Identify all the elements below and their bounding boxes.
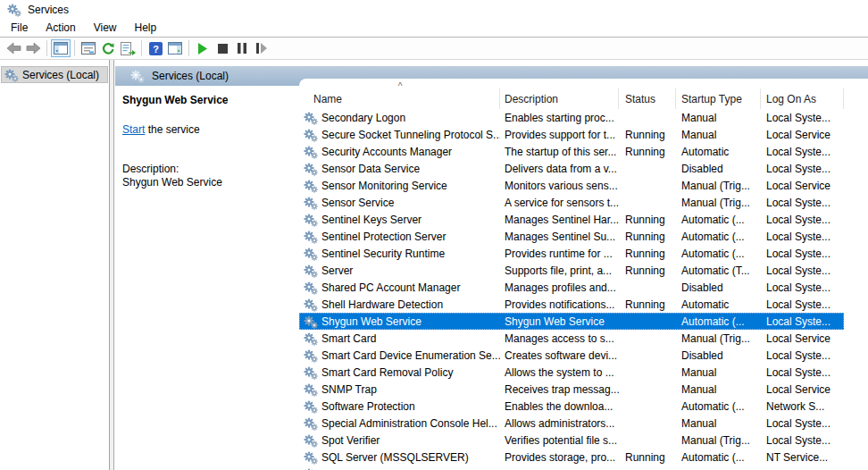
cell-description: Provides notifications...	[500, 298, 619, 311]
cell-name: Shared PC Account Manager	[321, 281, 460, 294]
cell-name: Sensor Monitoring Service	[321, 180, 447, 192]
table-row[interactable]: Smart Card Manages access to s... Manual…	[299, 330, 844, 347]
table-row[interactable]: Sensor Data Service Delivers data from a…	[299, 160, 844, 177]
properties-icon[interactable]	[79, 39, 98, 57]
column-header-description[interactable]: Description	[500, 88, 619, 109]
table-row[interactable]: SNMP Trap Receives trap messag... Manual…	[299, 381, 844, 398]
column-header-name[interactable]: Name	[299, 88, 500, 109]
table-row[interactable]: SQL Server (MSSQLSERVER) Provides storag…	[299, 449, 844, 466]
cell-status: Running	[619, 214, 676, 226]
table-row[interactable]: Smart Card Removal Policy Allows the sys…	[299, 364, 844, 381]
description-text: Shygun Web Service	[122, 176, 222, 189]
export-list-icon[interactable]	[118, 39, 138, 57]
forward-icon[interactable]	[23, 39, 43, 57]
cell-name: Smart Card Device Enumeration Se...	[321, 349, 500, 362]
cell-name: SNMP Trap	[321, 383, 377, 396]
cell-description: Monitors various sens...	[500, 180, 619, 192]
refresh-icon[interactable]	[98, 39, 118, 57]
toolbar: ?	[0, 38, 868, 60]
cell-log-on-as: Local Syste...	[761, 417, 844, 430]
cell-name: Secondary Logon	[321, 112, 405, 124]
show-action-pane-icon[interactable]	[165, 39, 185, 57]
table-row[interactable]: Secure Socket Tunneling Protocol S... Pr…	[299, 126, 844, 143]
cell-startup-type: Disabled	[676, 349, 761, 362]
cell-log-on-as: Local Syste...	[761, 434, 844, 447]
tree-item-label: Services (Local)	[22, 69, 99, 81]
cell-startup-type: Manual	[676, 129, 761, 141]
cell-name: Special Administration Console Hel...	[321, 417, 497, 430]
cell-name: Smart Card Removal Policy	[321, 366, 453, 379]
pause-service-icon[interactable]	[232, 39, 252, 57]
restart-service-icon[interactable]	[252, 39, 271, 57]
menu-action[interactable]: Action	[37, 20, 84, 37]
start-service-link[interactable]: Start	[122, 123, 145, 136]
table-row[interactable]	[299, 466, 844, 470]
table-row[interactable]: Secondary Logon Enables starting proc...…	[299, 109, 844, 126]
menu-view[interactable]: View	[85, 20, 126, 37]
services-list-panel: ^ Name Description Status Startup Type L…	[299, 79, 868, 470]
service-gear-icon	[304, 416, 318, 431]
description-block: Description: Shygun Web Service	[122, 163, 222, 189]
table-row[interactable]: Special Administration Console Hel... Al…	[299, 415, 844, 432]
services-header-icon	[130, 69, 145, 83]
cell-name: Sentinel Keys Server	[321, 214, 421, 226]
cell-status: Running	[619, 298, 676, 311]
cell-status: Running	[619, 451, 676, 464]
cell-status: Running	[619, 146, 676, 158]
cell-log-on-as: Local Syste...	[761, 264, 844, 277]
column-header-log-on-as[interactable]: Log On As	[761, 88, 844, 109]
cell-log-on-as: Local Syste...	[761, 281, 844, 294]
cell-description: Allows administrators...	[500, 417, 619, 430]
cell-description: Provides storage, pro...	[500, 451, 619, 464]
cell-description: Shygun Web Service	[500, 315, 619, 328]
toolbar-separator	[74, 40, 75, 56]
cell-startup-type: Manual (Trig...	[676, 434, 761, 447]
service-gear-icon	[304, 162, 318, 176]
table-row[interactable]: Software Protection Enables the downloa.…	[299, 398, 844, 415]
cell-description: Enables starting proc...	[500, 112, 619, 124]
column-header-status[interactable]: Status	[619, 88, 676, 109]
table-row[interactable]: Shell Hardware Detection Provides notifi…	[299, 296, 844, 313]
service-gear-icon	[304, 230, 318, 244]
services-header-title: Services (Local)	[152, 70, 229, 82]
column-header-startup-type[interactable]: Startup Type	[676, 88, 761, 109]
show-console-tree-icon[interactable]	[51, 39, 71, 57]
cell-description: Manages access to s...	[500, 332, 619, 345]
table-row[interactable]: Sensor Monitoring Service Monitors vario…	[299, 177, 844, 194]
table-row[interactable]: Smart Card Device Enumeration Se... Crea…	[299, 347, 844, 364]
cell-log-on-as: Local Syste...	[761, 197, 844, 209]
table-row[interactable]: Server Supports file, print, a... Runnin…	[299, 262, 844, 279]
cell-log-on-as: Local Syste...	[761, 349, 844, 362]
cell-startup-type: Automatic (...	[676, 214, 761, 226]
cell-log-on-as: Local Syste...	[761, 248, 844, 260]
cell-description: The startup of this ser...	[500, 146, 619, 158]
service-gear-icon	[304, 315, 318, 329]
cell-startup-type: Automatic	[676, 146, 761, 158]
service-gear-icon	[304, 298, 318, 312]
services-view: Services (Local) Shygun Web Service Star…	[114, 60, 868, 470]
table-row[interactable]: Sentinel Protection Server Manages Senti…	[299, 228, 844, 245]
table-row[interactable]: Sensor Service A service for sensors t..…	[299, 194, 844, 211]
menu-help[interactable]: Help	[126, 20, 166, 37]
service-gear-icon	[304, 450, 318, 465]
table-row[interactable]: Shared PC Account Manager Manages profil…	[299, 279, 844, 296]
cell-description: Verifies potential file s...	[500, 434, 619, 447]
table-row[interactable]: Sentinel Security Runtime Provides runti…	[299, 245, 844, 262]
cell-name: Sensor Data Service	[321, 163, 420, 175]
menu-file[interactable]: File	[2, 20, 37, 37]
table-row[interactable]: Spot Verifier Verifies potential file s.…	[299, 432, 844, 449]
cell-description: Creates software devi...	[500, 349, 619, 362]
cell-name: Security Accounts Manager	[321, 146, 452, 158]
table-row[interactable]: Security Accounts Manager The startup of…	[299, 143, 844, 160]
cell-startup-type: Automatic (...	[676, 248, 761, 260]
svg-text:?: ?	[153, 43, 159, 54]
back-icon[interactable]	[4, 39, 23, 57]
table-row[interactable]: Shygun Web Service Shygun Web Service Au…	[299, 313, 844, 330]
start-service-icon[interactable]	[193, 39, 213, 57]
stop-service-icon[interactable]	[213, 39, 232, 57]
service-gear-icon	[304, 281, 318, 295]
tree-item-services-local[interactable]: Services (Local)	[1, 66, 108, 83]
table-row[interactable]: Sentinel Keys Server Manages Sentinel Ha…	[299, 211, 844, 228]
cell-log-on-as: Local Syste...	[761, 214, 844, 226]
help-icon[interactable]: ?	[146, 39, 165, 57]
